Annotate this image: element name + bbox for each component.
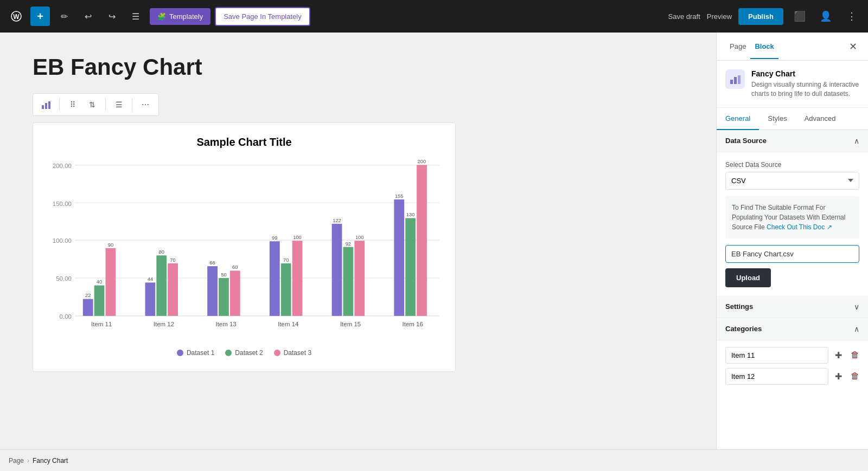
svg-rect-50 <box>394 199 404 316</box>
user-avatar-button[interactable]: 👤 <box>816 7 835 26</box>
svg-rect-38 <box>281 263 291 316</box>
svg-text:70: 70 <box>170 257 175 263</box>
settings-toggle-icon: ∨ <box>854 302 859 311</box>
category-delete-button-12[interactable]: 🗑 <box>848 369 861 383</box>
categories-section-header[interactable]: Categories ∧ <box>717 318 868 340</box>
publish-button[interactable]: Publish <box>738 8 783 25</box>
svg-rect-4 <box>48 101 50 109</box>
svg-text:99: 99 <box>272 235 277 241</box>
check-doc-link[interactable]: Check Out This Doc ↗ <box>767 223 832 231</box>
breadcrumb-page-link[interactable]: Page <box>9 457 24 464</box>
legend-item-3: Dataset 3 <box>274 349 311 357</box>
breadcrumb: Page › Fancy Chart <box>0 449 868 471</box>
align-button[interactable]: ☰ <box>110 96 127 113</box>
sidebar-toggle-button[interactable]: ⬛ <box>790 7 809 26</box>
svg-rect-33 <box>230 270 240 315</box>
block-toolbar: ⠿ ⇅ ☰ ⋯ <box>33 93 159 116</box>
save-draft-button[interactable]: Save draft <box>668 12 700 21</box>
svg-text:W: W <box>13 13 20 21</box>
sidebar-close-button[interactable]: ✕ <box>847 38 859 55</box>
legend-color-3 <box>274 350 280 356</box>
legend-color-2 <box>225 350 232 356</box>
svg-rect-2 <box>42 105 44 109</box>
data-source-section-header[interactable]: Data Source ∧ <box>717 130 868 152</box>
plugin-desc: Design visually stunning & interactive c… <box>751 80 859 99</box>
data-source-select[interactable]: CSV JSON <box>725 172 859 190</box>
more-options-button[interactable]: ⋮ <box>842 7 861 26</box>
svg-text:50: 50 <box>221 272 226 278</box>
preview-button[interactable]: Preview <box>707 12 732 21</box>
svg-text:130: 130 <box>406 212 415 217</box>
svg-text:0.00: 0.00 <box>60 313 72 320</box>
bar-chart-svg: 200.00 150.00 100.00 50.00 0.00 <box>46 159 442 340</box>
more-block-options-button[interactable]: ⋯ <box>137 96 154 113</box>
add-block-button[interactable]: + <box>30 7 50 26</box>
info-box: To Find The Suitable Format For Populati… <box>725 196 859 238</box>
svg-rect-45 <box>343 247 353 316</box>
svg-text:155: 155 <box>395 193 404 199</box>
categories-toggle-icon: ∧ <box>854 325 859 333</box>
svg-rect-3 <box>45 103 47 109</box>
category-add-button-12[interactable]: ✚ <box>833 369 844 384</box>
svg-text:22: 22 <box>85 293 91 298</box>
category-delete-button-11[interactable]: 🗑 <box>848 348 861 362</box>
settings-tabs: General Styles Advanced <box>717 108 868 130</box>
tab-page[interactable]: Page <box>725 35 750 59</box>
svg-text:Item 16: Item 16 <box>403 321 423 327</box>
tab-general[interactable]: General <box>717 108 759 130</box>
svg-rect-31 <box>219 278 229 316</box>
edit-tool-button[interactable]: ✏ <box>54 7 74 26</box>
category-add-button-11[interactable]: ✚ <box>833 348 844 363</box>
category-item-11: ✚ 🗑 <box>725 347 859 364</box>
svg-rect-24 <box>156 255 167 316</box>
save-templately-button[interactable]: Save Page In Templately <box>215 7 310 26</box>
sidebar-content: Data Source ∧ Select Data Source CSV JSO… <box>717 130 868 449</box>
plugin-info: Fancy Chart Design visually stunning & i… <box>717 61 868 108</box>
settings-section-header[interactable]: Settings ∨ <box>717 296 868 318</box>
category-input-11[interactable] <box>725 347 828 364</box>
templately-button[interactable]: 🧩 Templately <box>150 8 210 25</box>
sidebar: Page Block ✕ Fancy Chart Design visually… <box>716 33 868 449</box>
toolbar-divider-3 <box>132 98 132 111</box>
svg-text:40: 40 <box>97 279 102 285</box>
category-input-12[interactable] <box>725 368 828 385</box>
upload-button[interactable]: Upload <box>725 268 771 287</box>
svg-text:150.00: 150.00 <box>53 201 72 207</box>
svg-rect-36 <box>270 241 280 316</box>
data-source-toggle-icon: ∧ <box>854 137 859 145</box>
svg-text:Item 11: Item 11 <box>91 321 112 327</box>
svg-text:92: 92 <box>346 241 351 247</box>
svg-text:200: 200 <box>418 159 426 164</box>
svg-rect-17 <box>94 286 105 316</box>
data-source-title: Data Source <box>725 137 767 145</box>
tab-styles[interactable]: Styles <box>759 108 795 130</box>
toolbar-divider <box>59 98 60 111</box>
svg-rect-40 <box>292 241 303 316</box>
svg-text:60: 60 <box>232 264 238 270</box>
arrows-button[interactable]: ⇅ <box>84 96 101 113</box>
redo-button[interactable]: ↪ <box>102 7 122 26</box>
chart-area: 200.00 150.00 100.00 50.00 0.00 <box>46 159 442 343</box>
breadcrumb-separator: › <box>27 457 29 464</box>
svg-text:200.00: 200.00 <box>53 163 72 169</box>
tab-block[interactable]: Block <box>750 35 778 59</box>
wp-logo-icon[interactable]: W <box>7 7 26 26</box>
svg-rect-54 <box>417 165 427 315</box>
svg-text:Item 13: Item 13 <box>216 321 237 327</box>
file-name-input[interactable] <box>725 245 859 263</box>
grid-icon-button[interactable]: ⠿ <box>64 96 81 113</box>
plugin-text: Fancy Chart Design visually stunning & i… <box>751 69 859 99</box>
toolbar-divider-2 <box>105 98 106 111</box>
svg-text:100: 100 <box>355 235 364 240</box>
svg-text:50.00: 50.00 <box>56 275 72 282</box>
list-view-button[interactable]: ☰ <box>126 7 145 26</box>
svg-rect-29 <box>207 266 218 316</box>
tab-advanced[interactable]: Advanced <box>796 108 845 130</box>
svg-text:Item 12: Item 12 <box>154 321 174 327</box>
categories-title: Categories <box>725 325 762 333</box>
chart-icon-button[interactable] <box>37 96 55 113</box>
legend-label-1: Dataset 1 <box>187 349 214 357</box>
svg-rect-57 <box>730 80 733 84</box>
undo-button[interactable]: ↩ <box>78 7 98 26</box>
svg-text:122: 122 <box>333 218 341 223</box>
